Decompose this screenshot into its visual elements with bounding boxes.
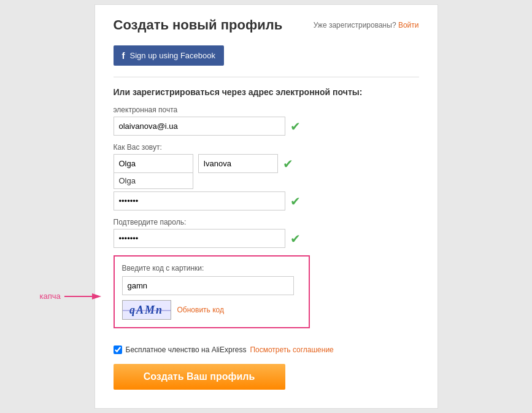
facebook-signup-button[interactable]: f Sign up using Facebook: [114, 45, 224, 66]
email-label: электронная почта: [114, 106, 419, 114]
captcha-input[interactable]: [122, 276, 294, 295]
membership-checkbox[interactable]: [114, 345, 122, 354]
section-divider: [114, 77, 419, 77]
name-valid-icon: ✔: [283, 156, 293, 171]
captcha-refresh-link[interactable]: Обновить код: [177, 306, 224, 314]
captcha-label: Введите код с картинки:: [122, 264, 301, 272]
registration-form-container: Создать новый профиль Уже зарегистрирова…: [94, 4, 438, 409]
membership-row: Бесплатное членство на AliExpress Посмот…: [114, 345, 419, 354]
confirm-password-field-group: Подтвердите пароль: ✔: [114, 218, 419, 248]
password-input[interactable]: [114, 191, 285, 210]
first-name-input[interactable]: [114, 154, 193, 173]
autocomplete-dropdown: Olga: [114, 173, 193, 189]
header-row: Создать новый профиль Уже зарегистрирова…: [114, 17, 419, 33]
svg-marker-1: [92, 293, 101, 299]
password-valid-icon: ✔: [290, 194, 301, 209]
email-input[interactable]: [114, 117, 285, 136]
membership-link[interactable]: Посмотреть соглашение: [250, 345, 333, 354]
email-valid-icon: ✔: [290, 119, 301, 134]
page-title: Создать новый профиль: [114, 17, 283, 33]
login-link[interactable]: Войти: [398, 21, 419, 29]
confirm-password-valid-icon: ✔: [290, 231, 301, 246]
captcha-arrow: капча: [40, 290, 101, 303]
email-section-title: Или зарегистрироваться через адрес элект…: [114, 87, 419, 97]
confirm-password-input[interactable]: [114, 229, 285, 248]
autocomplete-item[interactable]: Olga: [114, 173, 193, 188]
email-field-group: электронная почта ✔: [114, 106, 419, 136]
already-registered-text: Уже зарегистрированы? Войти: [314, 21, 419, 29]
captcha-box: Введите код с картинки: qAMn Обновить ко…: [114, 255, 310, 328]
create-profile-button[interactable]: Создать Ваш профиль: [114, 364, 285, 390]
captcha-arrow-icon: [64, 290, 101, 303]
facebook-icon: f: [122, 50, 125, 61]
name-field-group: Как Вас зовут: Olga ✔: [114, 143, 419, 173]
name-label: Как Вас зовут:: [114, 143, 419, 152]
last-name-input[interactable]: [198, 154, 278, 173]
captcha-arrow-label: капча: [40, 291, 61, 301]
captcha-outer: капча Введите код с картинки: qAMn Обнов…: [114, 255, 419, 337]
membership-text: Бесплатное членство на AliExpress: [126, 345, 247, 354]
confirm-password-label: Подтвердите пароль:: [114, 218, 419, 226]
captcha-image: qAMn: [122, 300, 171, 320]
